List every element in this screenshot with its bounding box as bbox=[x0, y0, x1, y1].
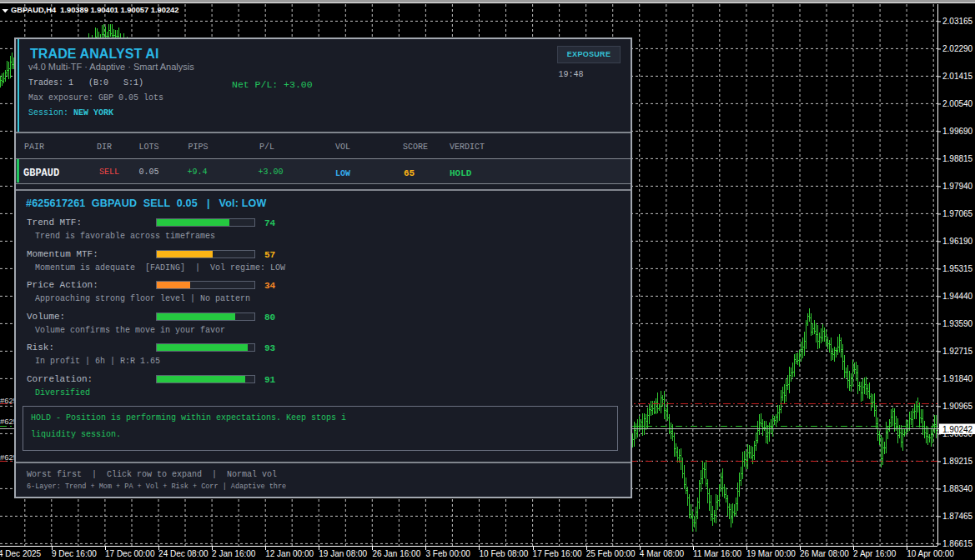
svg-text:1.94440: 1.94440 bbox=[942, 292, 973, 301]
svg-text:3 Feb 00:00: 3 Feb 00:00 bbox=[426, 549, 471, 558]
svg-text:19 Mar 00:00: 19 Mar 00:00 bbox=[746, 549, 796, 558]
svg-text:10 Apr 00:00: 10 Apr 00:00 bbox=[907, 549, 954, 558]
svg-text:2.03165: 2.03165 bbox=[942, 17, 973, 26]
svg-text:1.89215: 1.89215 bbox=[942, 457, 973, 466]
svg-text:17 Feb 16:00: 17 Feb 16:00 bbox=[533, 549, 582, 558]
svg-text:1.90242: 1.90242 bbox=[942, 425, 973, 434]
svg-text:1.95315: 1.95315 bbox=[942, 264, 973, 273]
svg-text:4 Dec 2025: 4 Dec 2025 bbox=[0, 549, 42, 558]
svg-text:9 Dec 16:00: 9 Dec 16:00 bbox=[52, 549, 97, 558]
svg-text:24 Dec 08:00: 24 Dec 08:00 bbox=[158, 549, 209, 558]
svg-text:1.97940: 1.97940 bbox=[942, 182, 973, 191]
svg-text:2 Apr 16:00: 2 Apr 16:00 bbox=[853, 549, 897, 558]
svg-text:1.92715: 1.92715 bbox=[942, 347, 973, 356]
svg-text:2 Jan 16:00: 2 Jan 16:00 bbox=[212, 549, 256, 558]
svg-text:1.97065: 1.97065 bbox=[942, 209, 973, 218]
svg-text:1.90965: 1.90965 bbox=[942, 402, 973, 411]
svg-text:11 Mar 16:00: 11 Mar 16:00 bbox=[693, 549, 742, 558]
svg-text:2.02290: 2.02290 bbox=[942, 44, 973, 53]
svg-text:1.88340: 1.88340 bbox=[942, 484, 973, 493]
svg-text:GBPAUD,H4 1.90389 1.90401 1.9: GBPAUD,H4 1.90389 1.90401 1.90057 1.9024… bbox=[11, 6, 178, 14]
svg-text:25 Feb 00:00: 25 Feb 00:00 bbox=[586, 549, 636, 558]
svg-text:2.00540: 2.00540 bbox=[942, 99, 973, 108]
svg-text:1.91840: 1.91840 bbox=[942, 374, 973, 383]
svg-text:17 Dec 00:00: 17 Dec 00:00 bbox=[105, 549, 155, 558]
svg-text:10 Feb 08:00: 10 Feb 08:00 bbox=[480, 549, 529, 558]
svg-text:1.99690: 1.99690 bbox=[942, 127, 973, 136]
svg-text:1.86615: 1.86615 bbox=[942, 539, 973, 548]
svg-text:1.96190: 1.96190 bbox=[942, 237, 973, 246]
svg-text:4 Mar 08:00: 4 Mar 08:00 bbox=[640, 549, 685, 558]
svg-text:1.98815: 1.98815 bbox=[942, 154, 973, 163]
svg-text:26 Mar 08:00: 26 Mar 08:00 bbox=[800, 549, 849, 558]
svg-text:1.87465: 1.87465 bbox=[942, 512, 973, 521]
svg-text:12 Jan 00:00: 12 Jan 00:00 bbox=[265, 549, 314, 558]
svg-text:19 Jan 08:00: 19 Jan 08:00 bbox=[319, 549, 367, 558]
svg-text:26 Jan 16:00: 26 Jan 16:00 bbox=[372, 549, 420, 558]
svg-text:2.01415: 2.01415 bbox=[942, 72, 973, 81]
svg-text:1.93590: 1.93590 bbox=[942, 319, 973, 328]
